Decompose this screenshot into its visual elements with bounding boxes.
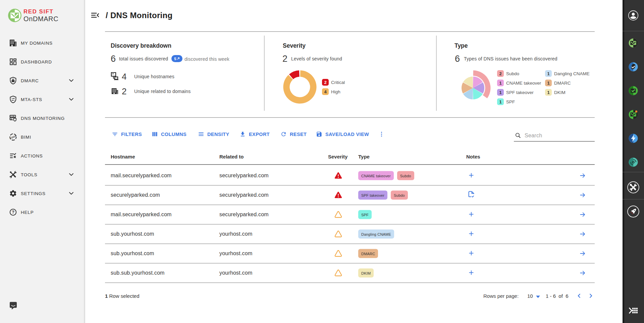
svg-text:?: ?: [12, 210, 14, 215]
